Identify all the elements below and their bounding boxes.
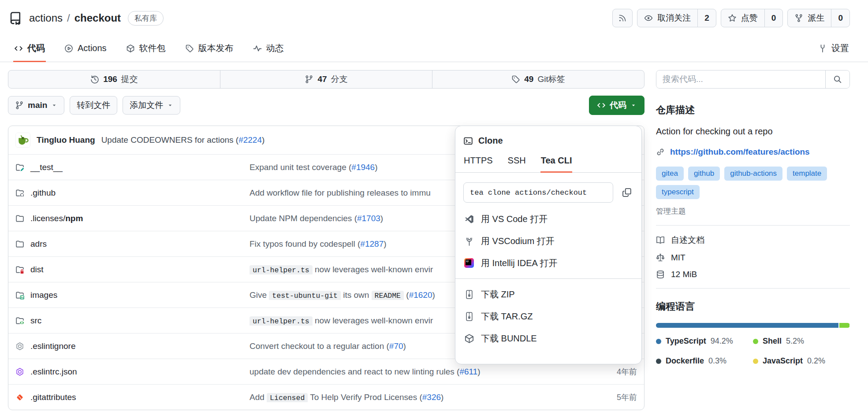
languages-title: 编程语言: [656, 300, 850, 313]
issue-link[interactable]: #1946: [351, 163, 375, 172]
code-icon: [14, 44, 23, 53]
folder-test-icon: [15, 163, 24, 172]
code-chip: test-ubuntu-git: [269, 291, 341, 300]
rss-icon: [618, 14, 627, 22]
issue-link[interactable]: #2224: [238, 135, 262, 145]
code-chip: url-helper.ts: [250, 265, 313, 274]
language-legend-item[interactable]: Dockerfile 0.3%: [656, 356, 753, 366]
manage-topics-link[interactable]: 管理主题: [656, 206, 686, 216]
clone-url-input[interactable]: [463, 182, 613, 203]
issue-link[interactable]: #326: [422, 393, 441, 402]
rss-button[interactable]: [612, 9, 633, 27]
code-button[interactable]: 代码: [589, 96, 644, 115]
message-text: (: [404, 290, 409, 300]
fork-count[interactable]: 0: [831, 9, 849, 27]
stat-commits[interactable]: 196 提交: [8, 70, 220, 88]
file-link[interactable]: images: [30, 290, 57, 300]
language-percent: 5.2%: [786, 337, 804, 346]
search-input[interactable]: [656, 70, 825, 88]
file-link[interactable]: .eslintrc.json: [30, 367, 77, 377]
divider: [656, 225, 850, 226]
goto-file-button[interactable]: 转到文件: [70, 96, 117, 115]
file-link[interactable]: __test__: [30, 163, 63, 172]
folder-image-icon: [15, 291, 24, 300]
clone-tab-ssh[interactable]: SSH: [507, 156, 526, 173]
branch-selector[interactable]: main: [8, 96, 64, 115]
message-text: Expand unit test coverage (: [250, 163, 351, 172]
topic-typescript[interactable]: typescript: [656, 185, 700, 199]
menu-item[interactable]: 用 VS Code 打开: [463, 208, 633, 230]
repo-owner-link[interactable]: actions: [29, 12, 63, 24]
watch-count[interactable]: 2: [697, 9, 716, 27]
menu-item[interactable]: 用 VSCodium 打开: [463, 230, 633, 252]
menu-item[interactable]: IJ 用 Intellij IDEA 打开: [463, 252, 633, 274]
menu-item[interactable]: 下载 BUNDLE: [463, 327, 633, 349]
tab-settings[interactable]: 设置: [817, 34, 850, 62]
menu-item[interactable]: 下载 ZIP: [463, 283, 633, 305]
language-legend-item[interactable]: TypeScript 94.2%: [656, 337, 753, 346]
topic-gitea[interactable]: gitea: [656, 167, 684, 181]
message-text: its own: [341, 290, 372, 300]
language-legend-item[interactable]: JavaScript 0.2%: [753, 356, 850, 366]
issue-link[interactable]: #1620: [409, 290, 432, 300]
menu-item-label: 下载 ZIP: [481, 289, 515, 300]
fork-button[interactable]: 派生 0: [787, 9, 850, 27]
meta-law[interactable]: MIT: [656, 253, 850, 263]
topic-github[interactable]: github: [688, 167, 720, 181]
website-link[interactable]: https://github.com/features/actions: [670, 147, 810, 157]
play-icon: [64, 44, 73, 53]
issue-link[interactable]: #611: [459, 367, 477, 376]
star-count[interactable]: 0: [764, 9, 783, 27]
issue-link[interactable]: #1703: [357, 214, 380, 223]
meta-book[interactable]: 自述文档: [656, 234, 850, 246]
file-link[interactable]: .github: [30, 188, 56, 198]
language-legend-item[interactable]: Shell 5.2%: [753, 337, 850, 346]
code-dropdown: Clone HTTPSSSHTea CLI 用 VS Code 打开 用 VSC…: [455, 126, 642, 364]
file-link[interactable]: adrs: [30, 239, 47, 249]
stat-branches[interactable]: 47 分支: [220, 70, 432, 88]
copy-button[interactable]: [620, 186, 633, 199]
add-file-button[interactable]: 添加文件: [123, 96, 180, 115]
link-icon: [656, 148, 665, 156]
tab-actions[interactable]: Actions: [63, 34, 108, 62]
message-text: Update CODEOWNERS for actions (: [101, 135, 238, 145]
stat-tags[interactable]: 49 Git标签: [432, 70, 644, 88]
topic-github-actions[interactable]: github-actions: [724, 167, 782, 181]
menu-item[interactable]: 下载 TAR.GZ: [463, 305, 633, 327]
language-bar-segment: [839, 323, 849, 328]
file-link[interactable]: .licenses/npm: [30, 214, 83, 223]
issue-link[interactable]: #1287: [360, 239, 384, 248]
message-text: ): [441, 393, 443, 402]
tab-label: 代码: [27, 42, 45, 54]
clone-tab-tea-cli[interactable]: Tea CLI: [540, 156, 573, 173]
search-button[interactable]: [825, 70, 849, 88]
repo-name-link[interactable]: checkout: [75, 12, 121, 24]
language-dot: [753, 339, 758, 344]
language-dot: [753, 359, 758, 364]
issue-link[interactable]: #70: [389, 341, 403, 351]
zip-icon: [464, 289, 474, 300]
tab-releases[interactable]: 版本发布: [184, 34, 235, 62]
message-text: now leverages well-known envir: [313, 265, 433, 274]
topic-template[interactable]: template: [787, 167, 827, 181]
latest-commit-message: Update CODEOWNERS for actions (#2224): [101, 135, 265, 145]
commit-author-link[interactable]: Tingluo Huang: [37, 135, 95, 145]
tab-activity[interactable]: 动态: [252, 34, 285, 62]
unwatch-button[interactable]: 取消关注 2: [637, 9, 716, 27]
star-button[interactable]: 点赞 0: [721, 9, 783, 27]
law-icon: [656, 253, 665, 262]
tab-packages[interactable]: 软件包: [125, 34, 167, 62]
add-file-label: 添加文件: [130, 100, 163, 111]
file-link[interactable]: .gitattributes: [30, 393, 76, 402]
code-chip: README: [372, 291, 404, 300]
wrench-icon: [818, 44, 827, 53]
clone-tab-https[interactable]: HTTPS: [463, 156, 493, 173]
file-link[interactable]: .eslintignore: [30, 341, 75, 351]
eslint-purple-icon: [15, 367, 24, 376]
file-link[interactable]: src: [30, 316, 41, 326]
file-link[interactable]: dist: [30, 265, 44, 274]
meta-label: 自述文档: [671, 234, 704, 246]
meta-database[interactable]: 12 MiB: [656, 270, 850, 279]
table-row: .gitattributes Add Licensed To Help Veri…: [8, 384, 644, 410]
tab-code[interactable]: 代码: [13, 34, 46, 62]
